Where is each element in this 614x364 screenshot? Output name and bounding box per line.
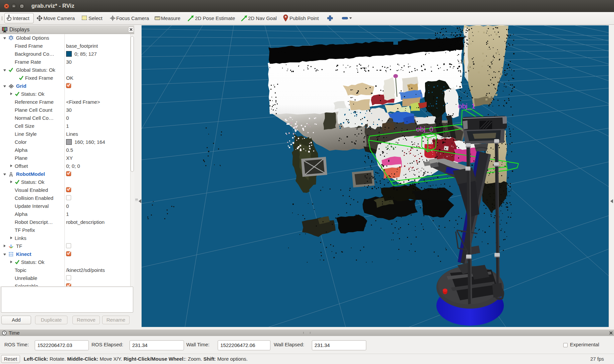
svg-text:obj_0: obj_0 <box>416 125 433 133</box>
svg-text:obj_1: obj_1 <box>458 102 475 110</box>
